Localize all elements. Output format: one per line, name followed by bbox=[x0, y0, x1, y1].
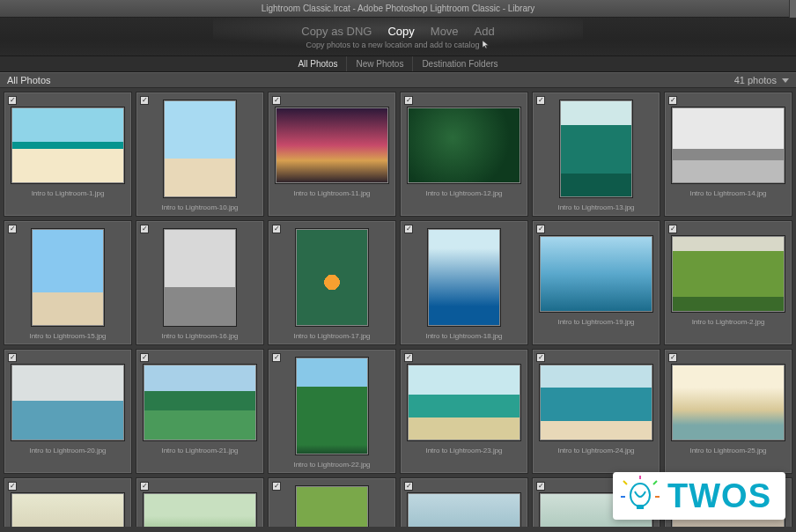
grid-header-title: All Photos bbox=[7, 75, 51, 85]
thumbnail-filename: Intro to Lightroom-19.jpg bbox=[557, 318, 634, 326]
thumbnail-cell[interactable]: ✓Intro to Lightroom-16.jpg bbox=[136, 220, 264, 345]
thumbnail-filename: Intro to Lightroom-13.jpg bbox=[557, 203, 634, 211]
thumbnail-image[interactable] bbox=[295, 485, 369, 527]
thumbnail-cell[interactable]: ✓Intro to Lightroom-23.jpg bbox=[400, 349, 528, 474]
window-title: Lightroom Classic.lrcat - Adobe Photosho… bbox=[262, 4, 535, 13]
thumbnail-cell[interactable]: ✓Intro to Lightroom-20.jpg bbox=[4, 349, 132, 474]
thumbnail-cell[interactable]: ✓Intro to Lightroom-18.jpg bbox=[400, 220, 528, 345]
thumbnail-filename: Intro to Lightroom-21.jpg bbox=[161, 447, 238, 454]
thumbnail-image[interactable] bbox=[11, 492, 125, 527]
thumbnail-cell[interactable]: ✓Intro to Lightroom-2.jpg bbox=[664, 220, 792, 345]
import-checkbox[interactable]: ✓ bbox=[272, 482, 281, 491]
thumbnail-image[interactable] bbox=[163, 228, 237, 327]
import-subtitle: Copy photos to a new location and add to… bbox=[306, 41, 479, 49]
filter-tab-destination-folders[interactable]: Destination Folders bbox=[413, 56, 506, 71]
thumbnail-image[interactable] bbox=[11, 107, 125, 184]
import-checkbox[interactable]: ✓ bbox=[140, 96, 149, 105]
thumbnail-cell[interactable]: ✓Intro to Lightroom-12.jpg bbox=[400, 92, 528, 217]
svg-point-0 bbox=[630, 484, 650, 506]
thumbnail-image[interactable] bbox=[671, 364, 785, 441]
thumbnail-cell[interactable]: ✓Intro to Lightroom-1.jpg bbox=[4, 92, 132, 217]
thumbnail-cell[interactable]: ✓Intro to Lightroom-24.jpg bbox=[532, 349, 660, 474]
import-checkbox[interactable]: ✓ bbox=[536, 225, 545, 233]
import-checkbox[interactable]: ✓ bbox=[404, 96, 413, 105]
thumbnail-filename: Intro to Lightroom-18.jpg bbox=[425, 332, 502, 340]
thumbnail-cell[interactable]: ✓Intro to Lightroom-17.jpg bbox=[268, 220, 396, 345]
thumbnail-cell[interactable]: ✓Intro to Lightroom-21.jpg bbox=[136, 349, 264, 474]
import-checkbox[interactable]: ✓ bbox=[272, 225, 281, 233]
thumbnail-image[interactable] bbox=[407, 492, 521, 527]
import-checkbox[interactable]: ✓ bbox=[536, 482, 545, 491]
thumbnail-filename: Intro to Lightroom-16.jpg bbox=[161, 332, 238, 340]
import-mode-move[interactable]: Move bbox=[431, 25, 459, 38]
thumbnail-cell[interactable]: ✓Intro to Lightroom-26.jpg bbox=[4, 477, 132, 527]
grid-header-right[interactable]: 41 photos bbox=[734, 75, 789, 85]
thumbnail-cell[interactable]: ✓Intro to Lightroom-15.jpg bbox=[4, 220, 132, 345]
thumbnail-image[interactable] bbox=[31, 228, 105, 327]
thumbnail-image[interactable] bbox=[143, 364, 257, 441]
filter-tab-all-photos[interactable]: All Photos bbox=[289, 56, 347, 71]
import-checkbox[interactable]: ✓ bbox=[8, 225, 17, 233]
import-checkbox[interactable]: ✓ bbox=[140, 482, 149, 491]
thumbnail-filename: Intro to Lightroom-11.jpg bbox=[293, 189, 370, 197]
import-checkbox[interactable]: ✓ bbox=[536, 96, 545, 105]
import-mode-copy[interactable]: Copy bbox=[387, 25, 414, 38]
import-checkbox[interactable]: ✓ bbox=[404, 482, 413, 491]
thumbnail-image[interactable] bbox=[295, 228, 369, 327]
svg-line-3 bbox=[623, 481, 627, 484]
thumbnail-filename: Intro to Lightroom-10.jpg bbox=[161, 203, 238, 211]
thumbnail-filename: Intro to Lightroom-1.jpg bbox=[32, 189, 105, 197]
thumbnail-image[interactable] bbox=[539, 235, 653, 313]
thumbnail-image[interactable] bbox=[407, 364, 521, 441]
thumbnail-filename: Intro to Lightroom-22.jpg bbox=[293, 461, 370, 469]
watermark-badge: TWOS bbox=[613, 472, 785, 520]
lightbulb-icon bbox=[620, 476, 660, 516]
import-checkbox[interactable]: ✓ bbox=[668, 96, 677, 105]
import-checkbox[interactable]: ✓ bbox=[272, 96, 281, 105]
thumbnail-image[interactable] bbox=[295, 357, 369, 455]
import-checkbox[interactable]: ✓ bbox=[140, 353, 149, 362]
thumbnail-cell[interactable]: ✓Intro to Lightroom-29.jpg bbox=[400, 477, 528, 527]
thumbnail-cell[interactable]: ✓Intro to Lightroom-13.jpg bbox=[532, 92, 660, 217]
import-subtitle-row: Copy photos to a new location and add to… bbox=[0, 40, 796, 50]
thumbnail-image[interactable] bbox=[671, 107, 785, 184]
thumbnail-image[interactable] bbox=[143, 492, 257, 527]
import-mode-copy-dng[interactable]: Copy as DNG bbox=[301, 25, 372, 38]
thumbnail-cell[interactable]: ✓Intro to Lightroom-22.jpg bbox=[268, 349, 396, 474]
grid-header: All Photos 41 photos bbox=[0, 72, 796, 88]
import-checkbox[interactable]: ✓ bbox=[404, 225, 413, 233]
thumbnail-image[interactable] bbox=[427, 228, 501, 327]
import-checkbox[interactable]: ✓ bbox=[8, 482, 17, 491]
filter-tab-new-photos[interactable]: New Photos bbox=[347, 56, 413, 71]
import-checkbox[interactable]: ✓ bbox=[272, 353, 281, 362]
thumbnail-image[interactable] bbox=[559, 100, 633, 198]
import-checkbox[interactable]: ✓ bbox=[404, 353, 413, 362]
thumbnail-image[interactable] bbox=[275, 107, 389, 184]
thumbnail-cell[interactable]: ✓Intro to Lightroom-25.jpg bbox=[664, 349, 792, 474]
thumbnail-grid-area[interactable]: ✓Intro to Lightroom-1.jpg✓Intro to Light… bbox=[0, 88, 796, 527]
thumbnail-cell[interactable]: ✓Intro to Lightroom-10.jpg bbox=[136, 92, 264, 217]
thumbnail-cell[interactable]: ✓Intro to Lightroom-27.jpg bbox=[136, 477, 264, 527]
thumbnail-cell[interactable]: ✓Intro to Lightroom-11.jpg bbox=[268, 92, 396, 217]
import-checkbox[interactable]: ✓ bbox=[668, 225, 677, 233]
thumbnail-cell[interactable]: ✓Intro to Lightroom-14.jpg bbox=[664, 92, 792, 217]
thumbnail-image[interactable] bbox=[539, 364, 653, 441]
thumbnail-image[interactable] bbox=[407, 107, 521, 184]
import-checkbox[interactable]: ✓ bbox=[8, 353, 17, 362]
scrollbar-vertical[interactable] bbox=[789, 0, 796, 18]
thumbnail-cell[interactable]: ✓Intro to Lightroom-28.jpg bbox=[268, 477, 396, 527]
thumbnail-image[interactable] bbox=[671, 235, 785, 313]
thumbnail-image[interactable] bbox=[163, 100, 237, 198]
thumbnail-cell[interactable]: ✓Intro to Lightroom-19.jpg bbox=[532, 220, 660, 345]
photo-count: 41 photos bbox=[734, 75, 777, 85]
import-checkbox[interactable]: ✓ bbox=[140, 225, 149, 233]
import-checkbox[interactable]: ✓ bbox=[668, 353, 677, 362]
import-checkbox[interactable]: ✓ bbox=[8, 96, 17, 105]
import-checkbox[interactable]: ✓ bbox=[536, 353, 545, 362]
thumbnail-filename: Intro to Lightroom-14.jpg bbox=[689, 189, 766, 197]
thumbnail-filename: Intro to Lightroom-15.jpg bbox=[29, 332, 106, 340]
import-mode-add[interactable]: Add bbox=[475, 25, 495, 38]
thumbnail-filename: Intro to Lightroom-17.jpg bbox=[293, 332, 370, 340]
thumbnail-image[interactable] bbox=[11, 364, 125, 441]
thumbnail-filename: Intro to Lightroom-23.jpg bbox=[425, 447, 502, 454]
